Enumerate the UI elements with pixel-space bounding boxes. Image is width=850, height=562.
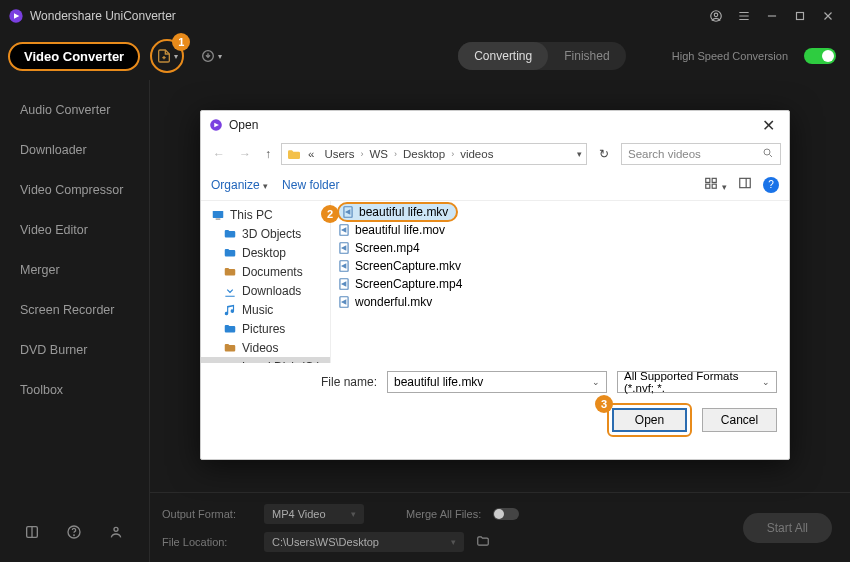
close-icon[interactable] [814,2,842,30]
sidebar-item-merger[interactable]: Merger [0,250,149,290]
dialog-help-icon[interactable]: ? [763,177,779,193]
file-name: wonderful.mkv [355,295,432,309]
chevron-down-icon: ▾ [351,509,356,519]
app-logo-icon [209,118,223,132]
tab-finished[interactable]: Finished [548,42,625,70]
download-media-button[interactable]: ▾ [194,39,228,73]
crumb-users[interactable]: Users [320,148,358,160]
sidebar-item-dvd-burner[interactable]: DVD Burner [0,330,149,370]
search-input[interactable]: Search videos [621,143,781,165]
desktop-icon [223,246,237,260]
tree-label: 3D Objects [242,227,301,241]
pic-icon [223,322,237,336]
sidebar-item-video-editor[interactable]: Video Editor [0,210,149,250]
open-button-highlight: 3 Open [607,403,692,437]
svg-rect-16 [213,210,224,217]
chevron-down-icon: ▾ [451,537,456,547]
dialog-nav: ← → ↑ « Users› WS› Desktop› videos ▾ ↻ S… [201,139,789,169]
tree-label: Pictures [242,322,285,336]
cancel-button[interactable]: Cancel [702,408,777,432]
file-item[interactable]: wonderful.mkv [331,293,789,311]
sidebar: Audio Converter Downloader Video Compres… [0,80,150,562]
tree-node[interactable]: Pictures [201,319,330,338]
preview-pane-icon[interactable] [737,176,753,193]
sidebar-item-video-compressor[interactable]: Video Compressor [0,170,149,210]
minimize-icon[interactable] [758,2,786,30]
tab-converting[interactable]: Converting [458,42,548,70]
format-filter-select[interactable]: All Supported Formats (*.nvf; *. ⌄ [617,371,777,393]
svg-point-2 [714,13,718,17]
folder-icon [286,147,302,161]
start-all-button[interactable]: Start All [743,513,832,543]
refresh-icon[interactable]: ↻ [593,147,615,161]
file-item[interactable]: beautiful life.mov [331,221,789,239]
output-format-value: MP4 Video [272,508,326,520]
file-selected-highlight: 2beautiful life.mkv [337,202,458,222]
open-folder-icon[interactable] [476,534,490,550]
svg-rect-3 [797,13,804,20]
video-file-icon [341,205,355,219]
nav-up-icon[interactable]: ↑ [261,145,275,163]
tree-node[interactable]: Desktop [201,243,330,262]
help-icon[interactable] [66,524,82,544]
maximize-icon[interactable] [786,2,814,30]
crumb-videos[interactable]: videos [456,148,497,160]
file-name: ScreenCapture.mp4 [355,277,462,291]
tree-node[interactable]: 3D Objects [201,224,330,243]
svg-rect-17 [216,218,221,219]
file-location-select[interactable]: C:\Users\WS\Desktop ▾ [264,532,464,552]
account-icon[interactable] [702,2,730,30]
titlebar: Wondershare UniConverter [0,0,850,32]
tree-node[interactable]: Documents [201,262,330,281]
file-item[interactable]: Screen.mp4 [331,239,789,257]
breadcrumb[interactable]: « Users› WS› Desktop› videos ▾ [281,143,587,165]
tree-label: Music [242,303,273,317]
sidebar-item-screen-recorder[interactable]: Screen Recorder [0,290,149,330]
tree-label: Downloads [242,284,301,298]
svg-rect-14 [712,184,716,188]
3d-icon [223,227,237,241]
add-file-button[interactable]: ▾ 1 [150,39,184,73]
file-item[interactable]: 2beautiful life.mkv [331,203,789,221]
pc-icon [211,208,225,222]
tree-node[interactable]: Videos [201,338,330,357]
output-format-select[interactable]: MP4 Video ▾ [264,504,364,524]
sidebar-item-downloader[interactable]: Downloader [0,130,149,170]
svg-rect-15 [740,178,751,187]
high-speed-toggle[interactable] [804,48,836,64]
file-name: Screen.mp4 [355,241,420,255]
merge-all-toggle[interactable] [493,508,519,520]
file-name-input[interactable]: beautiful life.mkv ⌄ [387,371,607,393]
crumb-desktop[interactable]: Desktop [399,148,449,160]
sidebar-item-toolbox[interactable]: Toolbox [0,370,149,410]
callout-2: 2 [321,205,339,223]
doc-icon [223,265,237,279]
sidebar-item-audio-converter[interactable]: Audio Converter [0,90,149,130]
dialog-close-icon[interactable]: ✕ [756,116,781,135]
organize-menu[interactable]: Organize ▾ [211,178,268,192]
manual-icon[interactable] [24,524,40,544]
tree-node[interactable]: This PC [201,205,330,224]
file-item[interactable]: ScreenCapture.mp4 [331,275,789,293]
bottom-tool-icons [24,524,124,544]
tree-label: This PC [230,208,273,222]
mode-video-converter[interactable]: Video Converter [8,42,140,71]
tree-node[interactable]: Music [201,300,330,319]
open-button[interactable]: Open [612,408,687,432]
merge-all-label: Merge All Files: [406,508,481,520]
new-folder-button[interactable]: New folder [282,178,339,192]
view-mode-icon[interactable]: ▾ [703,176,727,193]
crumb-ws[interactable]: WS [365,148,392,160]
app-title: Wondershare UniConverter [30,9,176,23]
nav-forward-icon[interactable]: → [235,145,255,163]
menu-icon[interactable] [730,2,758,30]
file-name: beautiful life.mov [355,223,445,237]
tree-node[interactable]: Downloads [201,281,330,300]
file-name-value: beautiful life.mkv [394,375,483,389]
chevron-down-icon[interactable]: ▾ [577,149,582,159]
nav-back-icon[interactable]: ← [209,145,229,163]
file-item[interactable]: ScreenCapture.mkv [331,257,789,275]
file-name: ScreenCapture.mkv [355,259,461,273]
file-list: 2beautiful life.mkvbeautiful life.movScr… [331,201,789,363]
account-settings-icon[interactable] [108,524,124,544]
